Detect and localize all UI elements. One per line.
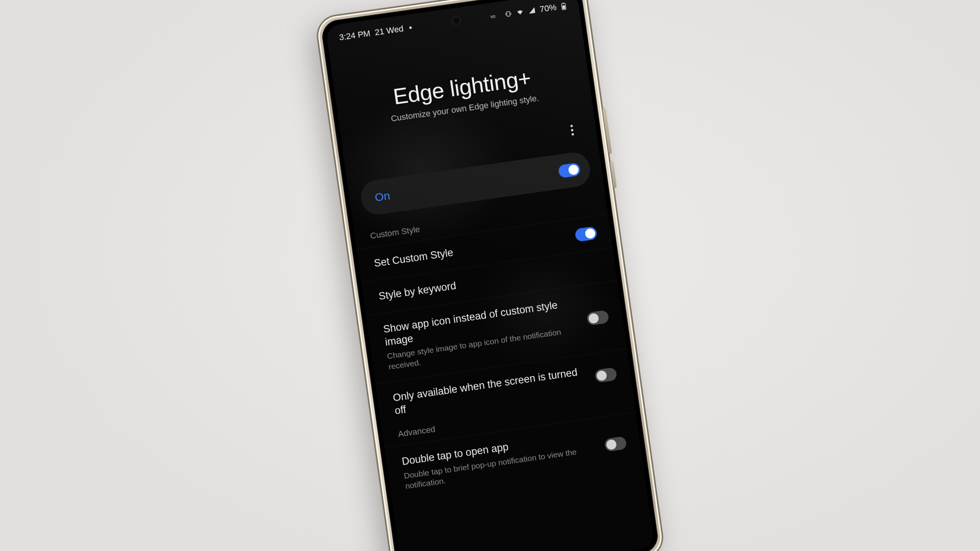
svg-line-4 — [511, 12, 511, 15]
svg-rect-6 — [562, 3, 564, 4]
battery-icon — [560, 2, 567, 10]
svg-point-8 — [570, 125, 573, 127]
svg-rect-2 — [506, 11, 510, 16]
status-date: 21 Wed — [374, 24, 404, 37]
toggle-show-app-icon[interactable] — [586, 310, 609, 325]
more-options-button[interactable] — [563, 121, 582, 140]
svg-line-3 — [506, 13, 506, 15]
master-toggle-switch[interactable] — [558, 162, 581, 178]
svg-rect-7 — [562, 5, 565, 9]
more-vertical-icon — [570, 124, 575, 136]
notification-dot-icon — [408, 24, 414, 31]
svg-point-10 — [572, 133, 574, 135]
svg-point-0 — [409, 26, 412, 29]
toggle-only-screen-off[interactable] — [594, 367, 617, 383]
vowifi-icon: vo — [490, 11, 501, 20]
status-battery-label: 70% — [539, 2, 557, 15]
master-toggle-label: On — [374, 189, 391, 204]
svg-text:vo: vo — [490, 13, 496, 20]
vibrate-icon — [505, 10, 512, 18]
status-time: 3:24 PM — [338, 28, 371, 42]
toggle-double-tap[interactable] — [604, 436, 627, 452]
wifi-icon — [516, 8, 524, 16]
signal-icon — [528, 7, 536, 14]
svg-point-9 — [571, 129, 573, 132]
toggle-set-custom-style[interactable] — [575, 226, 598, 242]
